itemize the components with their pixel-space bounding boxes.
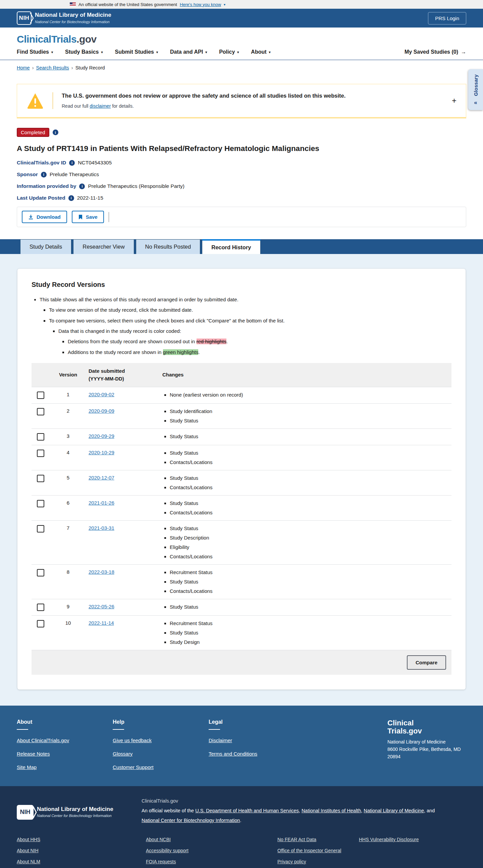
gov-banner-text: An official website of the United States…	[78, 2, 177, 7]
prs-login-button[interactable]: PRS Login	[428, 12, 466, 25]
table-header-row: Version Date submitted (YYYY-MM-DD) Chan…	[32, 363, 451, 387]
info-icon[interactable]: i	[53, 129, 58, 135]
footer-link[interactable]: Site Map	[17, 764, 113, 770]
save-button[interactable]: Save	[72, 211, 104, 223]
expand-warning-button[interactable]: +	[445, 96, 456, 105]
meta-value: NCT04543305	[78, 160, 112, 166]
breadcrumb-separator: ›	[32, 65, 34, 70]
my-saved-studies-link[interactable]: My Saved Studies (0) →	[405, 49, 466, 55]
version-checkbox[interactable]	[37, 500, 44, 507]
compare-button[interactable]: Compare	[407, 655, 446, 670]
info-icon[interactable]: i	[68, 195, 74, 201]
version-checkbox[interactable]	[37, 450, 44, 457]
nav-item-study-basics[interactable]: Study Basics▾	[65, 49, 103, 55]
record-tabs: Study DetailsResearcher ViewNo Results P…	[17, 239, 466, 254]
glossary-label: Glossary	[473, 74, 479, 96]
agency-footer-link[interactable]: Privacy policy	[278, 859, 359, 864]
agency-footer-link[interactable]: HHS Vulnerability Disclosure	[359, 837, 466, 842]
glossary-tab[interactable]: Glossary «	[468, 69, 483, 110]
version-date-link[interactable]: 2021-01-26	[89, 500, 115, 506]
changes-list: Study StatusStudy DescriptionEligibility…	[162, 525, 446, 559]
version-date-link[interactable]: 2020-09-09	[89, 408, 115, 414]
clinicaltrials-logo[interactable]: ClinicalTrials.gov	[17, 34, 97, 45]
tab-study-details[interactable]: Study Details	[20, 239, 71, 254]
nav-item-label: Submit Studies	[115, 49, 154, 55]
nav-item-about[interactable]: About▾	[251, 49, 270, 55]
footer-column-help: HelpGive us feedbackGlossaryCustomer Sup…	[113, 719, 208, 770]
agency-footer-link[interactable]: About HHS	[17, 837, 146, 842]
footer-address-line: National Library of Medicine	[387, 739, 466, 746]
footer-link[interactable]: Release Notes	[17, 751, 113, 756]
date-column-header: Date submitted (YYYY-MM-DD)	[83, 363, 157, 387]
download-button[interactable]: Download	[22, 211, 67, 223]
meta-label: Last Update Posted	[17, 195, 65, 201]
version-checkbox[interactable]	[37, 408, 44, 415]
version-date-link[interactable]: 2022-03-18	[89, 569, 115, 575]
tab-researcher-view[interactable]: Researcher View	[73, 239, 134, 254]
version-date-link[interactable]: 2020-10-29	[89, 450, 115, 455]
table-row: 72021-03-31Study StatusStudy Description…	[32, 521, 451, 565]
agency-link[interactable]: National Library of Medicine	[363, 808, 424, 813]
agency-footer-link[interactable]: About NLM	[17, 859, 146, 864]
agency-link[interactable]: National Institutes of Health	[301, 808, 361, 813]
version-date-link[interactable]: 2021-03-31	[89, 525, 115, 531]
nlm-footer-logo[interactable]: NIH National Library of Medicine Nationa…	[17, 796, 141, 826]
version-date-link[interactable]: 2022-05-26	[89, 603, 115, 609]
nav-item-data-and-api[interactable]: Data and API▾	[170, 49, 207, 55]
agency-footer-link[interactable]: About NIH	[17, 848, 146, 853]
checkbox-column-header	[32, 363, 53, 387]
agency-statement: ClinicalTrials.gov An official website o…	[141, 796, 450, 826]
agency-link[interactable]: National Center for Biotechnology Inform…	[141, 818, 240, 823]
footer-link[interactable]: Glossary	[113, 751, 208, 756]
footer-link[interactable]: Give us feedback	[113, 738, 208, 743]
warning-triangle-icon	[27, 92, 44, 109]
agency-footer-link[interactable]: About NCBI	[146, 837, 278, 842]
nih-header: NIH National Library of Medicine Nationa…	[0, 9, 483, 28]
nav-item-label: Data and API	[170, 49, 203, 55]
agency-link-column: HHS Vulnerability Disclosure	[359, 837, 466, 868]
version-number: 7	[53, 521, 83, 565]
info-icon[interactable]: i	[79, 184, 85, 189]
how-you-know-link[interactable]: Here's how you know	[180, 2, 221, 7]
info-icon[interactable]: i	[69, 160, 75, 166]
version-checkbox[interactable]	[37, 475, 44, 482]
version-checkbox[interactable]	[37, 392, 44, 399]
breadcrumb-link[interactable]: Home	[17, 65, 30, 70]
footer-link[interactable]: Customer Support	[113, 764, 208, 770]
nav-item-submit-studies[interactable]: Submit Studies▾	[115, 49, 158, 55]
disclaimer-link[interactable]: disclaimer	[90, 103, 111, 109]
version-date-link[interactable]: 2020-09-29	[89, 433, 115, 439]
tab-no-results-posted[interactable]: No Results Posted	[136, 239, 201, 254]
nav-item-find-studies[interactable]: Find Studies▾	[17, 49, 53, 55]
footer-link[interactable]: About ClinicalTrials.gov	[17, 738, 113, 743]
nlm-logo[interactable]: NIH National Library of Medicine Nationa…	[17, 11, 111, 25]
breadcrumb-link[interactable]: Search Results	[36, 65, 69, 70]
info-icon[interactable]: i	[41, 172, 46, 178]
chevron-down-icon: ▾	[51, 50, 53, 54]
agency-footer-link[interactable]: FOIA requests	[146, 859, 278, 864]
version-number: 5	[53, 470, 83, 496]
version-date-link[interactable]: 2022-11-14	[89, 620, 114, 626]
version-date-link[interactable]: 2020-09-02	[89, 392, 115, 397]
warning-title: The U.S. government does not review or a…	[62, 93, 445, 99]
nav-item-policy[interactable]: Policy▾	[219, 49, 239, 55]
tab-record-history[interactable]: Record History	[202, 239, 260, 254]
nav-item-label: Find Studies	[17, 49, 49, 55]
version-number: 1	[53, 387, 83, 404]
agency-footer-link[interactable]: Office of the Inspector General	[278, 848, 359, 853]
agency-footer-link[interactable]: Accessibility support	[146, 848, 278, 853]
agency-footer-link[interactable]: No FEAR Act Data	[278, 837, 359, 842]
study-title: A Study of PRT1419 in Patients With Rela…	[17, 144, 466, 153]
version-checkbox[interactable]	[37, 603, 44, 611]
changes-list: Study Status	[162, 604, 446, 610]
version-checkbox[interactable]	[37, 620, 44, 627]
bookmark-icon	[78, 214, 83, 220]
version-checkbox[interactable]	[37, 525, 44, 532]
agency-link[interactable]: U.S. Department of Health and Human Serv…	[195, 808, 299, 813]
version-checkbox[interactable]	[37, 433, 44, 440]
version-checkbox[interactable]	[37, 569, 44, 577]
change-item: Contacts/Locations	[170, 554, 446, 559]
version-date-link[interactable]: 2020-12-07	[89, 475, 115, 480]
footer-link[interactable]: Terms and Conditions	[208, 751, 304, 756]
footer-link[interactable]: Disclaimer	[208, 738, 304, 743]
